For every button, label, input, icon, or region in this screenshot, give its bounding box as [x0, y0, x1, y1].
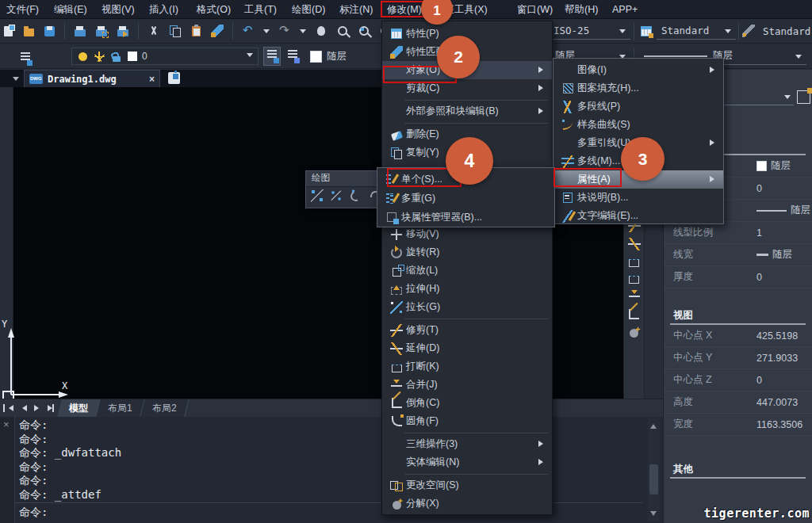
menu-file[interactable]: 文件(F): [5, 0, 52, 19]
quick-select-icon[interactable]: [797, 90, 810, 104]
tab-layout2[interactable]: 布局2: [140, 399, 189, 417]
xline-icon[interactable]: [331, 191, 342, 201]
publish-icon[interactable]: [117, 29, 128, 36]
match-properties-icon[interactable]: [211, 25, 224, 37]
paste-icon[interactable]: [192, 26, 201, 36]
explode-icon[interactable]: [630, 329, 638, 338]
tab-layout1[interactable]: 布局1: [96, 399, 144, 417]
menu-insert[interactable]: 插入(I): [147, 0, 195, 19]
menu-item-xref-block-edit[interactable]: 外部参照和块编辑(B): [382, 102, 552, 120]
command-prompt[interactable]: 命令:: [19, 506, 48, 520]
menu-item-lengthen[interactable]: 拉长(G): [382, 298, 552, 316]
arc-icon[interactable]: [349, 189, 362, 203]
property-row-thickness[interactable]: 厚度 0: [664, 266, 812, 288]
cut-icon[interactable]: [147, 25, 160, 37]
menu-item-rotate[interactable]: 旋转(R): [382, 243, 552, 262]
menu-item-stretch[interactable]: 拉伸(H): [382, 280, 552, 298]
print-preview-icon[interactable]: [96, 29, 107, 36]
property-row-center-x[interactable]: 中心点 X 425.5198: [664, 325, 812, 347]
menu-window[interactable]: 窗口(W): [515, 0, 563, 19]
layer-combo[interactable]: 0: [71, 48, 259, 65]
property-row-height[interactable]: 高度 447.0073: [664, 391, 812, 414]
zoom-window-icon[interactable]: [359, 26, 369, 36]
doc-list-dropdown-icon[interactable]: [13, 77, 19, 84]
break-at-point-icon[interactable]: [629, 276, 639, 284]
property-row-center-y[interactable]: 中心点 Y 271.9033: [664, 347, 812, 369]
scrollbar-thumb[interactable]: [649, 464, 658, 494]
close-document-icon[interactable]: ×: [149, 74, 155, 85]
last-tab-icon[interactable]: [44, 403, 55, 414]
style-edit-icon[interactable]: [742, 25, 755, 37]
menu-item-solid-editing[interactable]: 实体编辑(N): [382, 453, 552, 471]
menu-item-join[interactable]: 合并(J): [382, 376, 552, 394]
menu-item-extend[interactable]: 延伸(D): [382, 339, 552, 357]
menu-tools[interactable]: 工具(T): [243, 0, 290, 19]
menu-draw[interactable]: 绘图(D): [290, 0, 338, 19]
menu-item-trim[interactable]: 修剪(T): [382, 321, 552, 339]
submenu-item-spline[interactable]: 样条曲线(S): [553, 116, 723, 134]
property-row-center-z[interactable]: 中心点 Z 0: [664, 369, 812, 391]
menu-format[interactable]: 格式(O): [195, 0, 243, 19]
layer-properties-manager-icon[interactable]: [21, 52, 30, 65]
submenu-item-block-description[interactable]: 块说明(B)...: [553, 189, 723, 207]
print-icon[interactable]: [75, 29, 86, 36]
zoom-realtime-icon[interactable]: [338, 26, 347, 36]
scroll-up-icon[interactable]: [650, 421, 657, 429]
property-row-width[interactable]: 宽度 1163.3506: [664, 414, 812, 436]
dropdown-arrow-icon[interactable]: [784, 95, 791, 102]
submenu-item-text-edit[interactable]: 文字编辑(E)...: [553, 207, 723, 225]
submenu-item-image[interactable]: 图像(I): [553, 61, 723, 79]
scroll-down-icon[interactable]: [650, 511, 657, 519]
first-tab-icon[interactable]: [3, 403, 14, 414]
line-icon[interactable]: [311, 189, 324, 202]
next-tab-icon[interactable]: [30, 403, 41, 414]
menu-item-break[interactable]: 打断(K): [382, 357, 552, 376]
table-style-combo[interactable]: Standard: [760, 22, 812, 40]
extend-icon[interactable]: [628, 238, 641, 250]
dropdown-arrow-icon[interactable]: [725, 29, 731, 36]
property-row-linetype-scale[interactable]: 线型比例 1: [664, 222, 812, 244]
submenu-item-hatch[interactable]: 图案填充(H)...: [553, 79, 723, 97]
dropdown-arrow-icon[interactable]: [247, 53, 253, 60]
break-icon[interactable]: [629, 259, 639, 267]
menu-view[interactable]: 视图(V): [100, 0, 147, 19]
command-scrollbar[interactable]: [648, 418, 660, 521]
menu-item-move[interactable]: 移动(V): [382, 225, 552, 243]
submenu-item-polyline[interactable]: 多段线(P): [553, 97, 723, 116]
copy-clip-icon[interactable]: [169, 25, 182, 37]
menu-app-plus[interactable]: APP+: [611, 0, 658, 19]
menu-item-explode[interactable]: 分解(X): [382, 494, 552, 513]
layer-previous-button[interactable]: [284, 47, 301, 66]
open-file-icon[interactable]: [24, 29, 34, 36]
new-file-icon[interactable]: [4, 26, 13, 36]
redo-icon[interactable]: [278, 25, 291, 37]
tab-model[interactable]: 模型: [57, 399, 100, 417]
document-tab[interactable]: Drawing1.dwg ×: [24, 70, 160, 87]
undo-dropdown-icon[interactable]: [263, 29, 270, 36]
undo-icon[interactable]: [242, 25, 255, 37]
redo-dropdown-icon[interactable]: [300, 29, 306, 36]
join-icon[interactable]: [628, 289, 641, 302]
menu-item-fillet[interactable]: 圆角(F): [382, 412, 552, 430]
make-layer-current-button[interactable]: [263, 47, 281, 66]
dropdown-arrow-icon[interactable]: [795, 55, 802, 62]
chamfer-icon[interactable]: [629, 309, 639, 319]
new-document-icon[interactable]: [168, 72, 180, 84]
save-icon[interactable]: [44, 26, 55, 36]
menu-item-chamfer[interactable]: 倒角(C): [382, 394, 552, 412]
text-style-combo[interactable]: Standard: [657, 22, 736, 40]
menu-edit[interactable]: 编辑(E): [52, 0, 100, 19]
popup-item-multiple[interactable]: 多重(G): [377, 189, 554, 208]
prev-tab-icon[interactable]: [17, 403, 28, 414]
menu-item-3d-operations[interactable]: 三维操作(3): [382, 435, 552, 453]
popup-item-block-attribute-manager[interactable]: 块属性管理器(B)...: [377, 208, 554, 227]
pan-icon[interactable]: [317, 26, 325, 36]
dropdown-arrow-icon[interactable]: [619, 29, 626, 36]
table-style-icon[interactable]: [641, 26, 652, 36]
property-row-lineweight[interactable]: 线宽 随层: [664, 244, 812, 266]
close-command-window-icon[interactable]: ×: [3, 418, 10, 430]
command-window[interactable]: × 命令: 命令: 命令: _dwfattach 命令: 命令: 命令: _at…: [0, 416, 663, 523]
menu-dimension[interactable]: 标注(N): [338, 0, 385, 19]
menu-item-change-space[interactable]: 更改空间(S): [382, 476, 552, 494]
menu-item-clip[interactable]: 剪裁(C): [382, 79, 552, 97]
